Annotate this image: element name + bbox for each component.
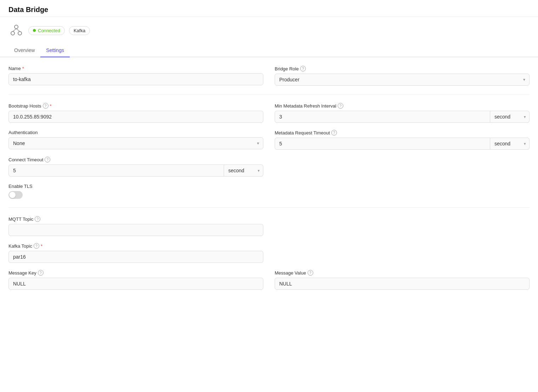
bootstrap-hosts-label: Bootstrap Hosts ? * — [8, 103, 263, 109]
form-row-kafka-topic: Kafka Topic ? * — [8, 243, 530, 263]
form-row-mqtt-topic: MQTT Topic ? — [8, 216, 530, 236]
bridge-type-badge: Kafka — [69, 26, 90, 35]
message-key-input[interactable] — [8, 278, 263, 290]
svg-line-3 — [13, 29, 16, 31]
connect-timeout-input-group: second millisecond minute — [8, 165, 263, 177]
form-group-mqtt-topic: MQTT Topic ? — [8, 216, 263, 236]
form-group-metadata-request-timeout: Metadata Request Timeout ? second millis… — [275, 130, 530, 150]
empty-col-mqtt — [275, 216, 530, 236]
form-row-message-key-value: Message Key ? Message Value ? — [8, 270, 530, 290]
connect-timeout-unit-wrapper: second millisecond minute — [224, 165, 263, 177]
message-key-help-icon[interactable]: ? — [38, 270, 44, 276]
page-header: Data Bridge — [0, 0, 538, 17]
min-metadata-refresh-input-group: second millisecond minute — [275, 111, 530, 123]
status-dot — [33, 29, 36, 32]
tabs-bar: Overview Settings — [0, 44, 538, 57]
kafka-topic-help-icon[interactable]: ? — [34, 243, 39, 249]
bootstrap-hosts-required: * — [50, 103, 52, 109]
bridge-role-label: Bridge Role ? — [275, 66, 530, 71]
authentication-select-wrapper: None Password SASL — [8, 137, 263, 149]
connect-timeout-input[interactable] — [8, 165, 224, 177]
form-group-kafka-topic: Kafka Topic ? * — [8, 243, 263, 263]
form-group-name: Name * — [8, 66, 263, 86]
status-badge: Connected — [28, 26, 65, 35]
bridge-role-help-icon[interactable]: ? — [300, 66, 306, 71]
kafka-topic-required: * — [41, 243, 42, 249]
metadata-request-timeout-input[interactable] — [275, 138, 490, 150]
bridge-info-bar: Connected Kafka — [0, 17, 538, 44]
metadata-request-timeout-help-icon[interactable]: ? — [331, 130, 337, 136]
form-group-message-value: Message Value ? — [275, 270, 530, 290]
metadata-request-timeout-unit-wrapper: second millisecond minute — [490, 138, 530, 150]
svg-point-1 — [11, 31, 15, 35]
empty-col-connect-timeout — [275, 157, 530, 177]
svg-line-4 — [16, 29, 20, 31]
bootstrap-hosts-input[interactable] — [8, 111, 263, 123]
enable-tls-toggle[interactable] — [8, 191, 23, 199]
section-divider-2 — [8, 207, 530, 208]
metadata-request-timeout-label: Metadata Request Timeout ? — [275, 130, 530, 136]
bridge-type-label: Kafka — [74, 28, 85, 33]
name-input[interactable] — [8, 73, 263, 85]
form-row-connect-timeout: Connect Timeout ? second millisecond min… — [8, 157, 530, 177]
toggle-slider — [8, 191, 23, 199]
message-value-label: Message Value ? — [275, 270, 530, 276]
form-row-auth-timeout: Authentication None Password SASL Metada… — [8, 130, 530, 150]
enable-tls-label: Enable TLS — [8, 184, 530, 189]
svg-point-0 — [15, 25, 18, 29]
form-group-connect-timeout: Connect Timeout ? second millisecond min… — [8, 157, 263, 177]
message-value-input[interactable] — [275, 278, 530, 290]
name-label: Name * — [8, 66, 263, 71]
tab-overview[interactable]: Overview — [8, 44, 40, 57]
form-group-authentication: Authentication None Password SASL — [8, 130, 263, 150]
form-group-bridge-role: Bridge Role ? Producer Consumer — [275, 66, 530, 86]
mqtt-topic-help-icon[interactable]: ? — [35, 216, 40, 222]
kafka-topic-label: Kafka Topic ? * — [8, 243, 263, 249]
empty-col-kafka-topic — [275, 243, 530, 263]
settings-panel: Name * Bridge Role ? Producer Consumer B… — [0, 57, 538, 305]
kafka-topic-input[interactable] — [8, 251, 263, 263]
authentication-label: Authentication — [8, 130, 263, 135]
bridge-role-select-wrapper: Producer Consumer — [275, 74, 530, 86]
section-divider-1 — [8, 94, 530, 94]
min-metadata-refresh-label: Min Metadata Refresh Interval ? — [275, 103, 530, 109]
message-value-help-icon[interactable]: ? — [308, 270, 313, 276]
page-title: Data Bridge — [8, 6, 530, 14]
name-required: * — [22, 66, 24, 71]
min-metadata-refresh-input[interactable] — [275, 111, 490, 123]
form-group-bootstrap-hosts: Bootstrap Hosts ? * — [8, 103, 263, 123]
form-group-enable-tls: Enable TLS — [8, 184, 530, 199]
connect-timeout-help-icon[interactable]: ? — [45, 157, 50, 162]
form-row-hosts-metadata: Bootstrap Hosts ? * Min Metadata Refresh… — [8, 103, 530, 123]
kafka-icon — [8, 23, 24, 38]
mqtt-topic-input[interactable] — [8, 224, 263, 236]
svg-point-2 — [18, 31, 22, 35]
form-group-message-key: Message Key ? — [8, 270, 263, 290]
min-metadata-refresh-help-icon[interactable]: ? — [338, 103, 343, 109]
form-group-min-metadata-refresh: Min Metadata Refresh Interval ? second m… — [275, 103, 530, 123]
min-metadata-refresh-unit-wrapper: second millisecond minute — [490, 111, 530, 123]
min-metadata-refresh-unit-select[interactable]: second millisecond minute — [490, 111, 530, 123]
metadata-request-timeout-input-group: second millisecond minute — [275, 138, 530, 150]
connect-timeout-unit-select[interactable]: second millisecond minute — [224, 165, 263, 177]
tab-settings[interactable]: Settings — [40, 44, 70, 57]
connect-timeout-label: Connect Timeout ? — [8, 157, 263, 162]
status-text: Connected — [38, 28, 60, 33]
mqtt-topic-label: MQTT Topic ? — [8, 216, 263, 222]
message-key-label: Message Key ? — [8, 270, 263, 276]
bootstrap-hosts-help-icon[interactable]: ? — [43, 103, 48, 109]
bridge-role-select[interactable]: Producer Consumer — [275, 74, 530, 86]
metadata-request-timeout-unit-select[interactable]: second millisecond minute — [490, 138, 530, 150]
form-row-name-role: Name * Bridge Role ? Producer Consumer — [8, 66, 530, 86]
authentication-select[interactable]: None Password SASL — [8, 137, 263, 149]
